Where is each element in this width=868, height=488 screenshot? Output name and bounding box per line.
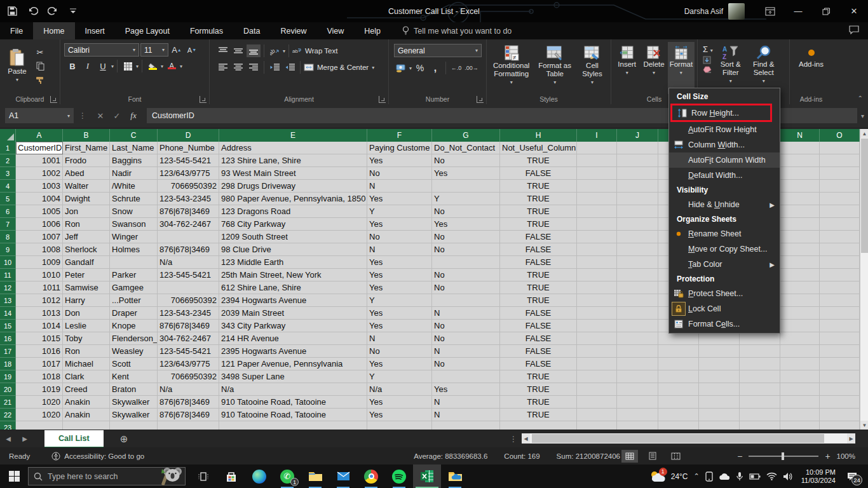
cell-E13[interactable]: 2394 Hogwarts Avenue (219, 294, 367, 307)
cell-G15[interactable]: No (432, 320, 500, 332)
scroll-left-icon[interactable]: ◀ (522, 433, 530, 444)
cell-J10[interactable] (617, 256, 658, 269)
cell-A5[interactable]: 1004 (16, 193, 63, 205)
percent-style-icon[interactable]: % (413, 62, 427, 74)
cell-E8[interactable]: 1209 South Street (219, 231, 367, 243)
cell-M22[interactable] (740, 409, 780, 421)
cell-I1[interactable] (577, 142, 617, 154)
cell-E2[interactable]: 123 Shire Lane, Shire (219, 154, 367, 167)
customize-quick-access-icon[interactable] (67, 6, 79, 17)
cell-F14[interactable]: Yes (367, 307, 432, 320)
cell-F1[interactable]: Paying Custome (367, 142, 432, 154)
new-sheet-icon[interactable]: ⊕ (120, 433, 128, 445)
cell-styles-button[interactable]: Cell Styles ▾ (576, 42, 608, 94)
vertical-scrollbar[interactable]: ▲ ▼ (860, 129, 868, 430)
cell-C10[interactable] (110, 256, 158, 269)
cell-O15[interactable] (820, 320, 860, 332)
menu-item-autofit-column-width[interactable]: AutoFit Column Width (669, 152, 780, 168)
account-chip[interactable]: Darsha Asif (684, 3, 745, 20)
cell-K23[interactable] (658, 421, 699, 430)
cell-H12[interactable]: TRUE (500, 281, 577, 294)
cell-E11[interactable]: 25th Main Street, New York (219, 269, 367, 281)
cut-icon[interactable]: ✂ (33, 46, 47, 58)
zoom-out-icon[interactable]: − (737, 451, 742, 461)
comments-icon[interactable] (849, 25, 859, 34)
cell-M19[interactable] (740, 370, 780, 383)
cell-A13[interactable]: 1012 (16, 294, 63, 307)
cell-H3[interactable]: FALSE (500, 167, 577, 180)
cell-L21[interactable] (699, 396, 740, 409)
row-header-11[interactable]: 11 (0, 269, 16, 281)
cell-J2[interactable] (617, 154, 658, 167)
cell-L16[interactable] (699, 332, 740, 345)
cell-N23[interactable] (780, 421, 820, 430)
cell-A17[interactable]: 1016 (16, 345, 63, 358)
cell-E1[interactable]: Address (219, 142, 367, 154)
cell-G12[interactable]: No (432, 281, 500, 294)
cell-N2[interactable] (780, 154, 820, 167)
cell-L17[interactable] (699, 345, 740, 358)
cell-N13[interactable] (780, 294, 820, 307)
alignment-dialog-launcher[interactable] (379, 96, 386, 103)
accounting-dropdown-icon[interactable]: ▾ (409, 65, 412, 71)
cell-N17[interactable] (780, 345, 820, 358)
bold-button[interactable]: B (65, 60, 79, 72)
cell-J22[interactable] (617, 409, 658, 421)
cell-E6[interactable]: 123 Dragons Road (219, 205, 367, 218)
action-center-button[interactable]: 24 (841, 464, 863, 488)
cell-A12[interactable]: 1011 (16, 281, 63, 294)
cell-O9[interactable] (820, 243, 860, 256)
row-header-17[interactable]: 17 (0, 345, 16, 358)
cell-J11[interactable] (617, 269, 658, 281)
cell-G22[interactable]: N (432, 409, 500, 421)
row-header-16[interactable]: 16 (0, 332, 16, 345)
cell-F7[interactable]: Yes (367, 218, 432, 231)
borders-icon[interactable] (121, 60, 135, 72)
cell-M16[interactable] (740, 332, 780, 345)
comma-style-icon[interactable]: , (428, 62, 442, 74)
cell-H6[interactable]: TRUE (500, 205, 577, 218)
select-all-button[interactable] (0, 129, 16, 142)
cell-L20[interactable] (699, 383, 740, 396)
tab-formulas[interactable]: Formulas (180, 22, 233, 39)
column-header-E[interactable]: E (219, 129, 367, 142)
cell-A11[interactable]: 1010 (16, 269, 63, 281)
cell-F6[interactable]: Y (367, 205, 432, 218)
decrease-decimal-icon[interactable]: .00→ (465, 62, 478, 74)
temperature-label[interactable]: 24°C (671, 472, 688, 481)
formula-bar-handle[interactable]: ⋮ (79, 111, 87, 120)
previous-sheet-icon[interactable]: ◀ (0, 435, 17, 442)
paste-button[interactable]: Paste ▾ (3, 45, 32, 84)
menu-item-row-height[interactable]: Row Height... (670, 104, 772, 122)
wrap-text-button[interactable]: ab Wrap Text (292, 47, 337, 55)
cell-N16[interactable] (780, 332, 820, 345)
cell-J14[interactable] (617, 307, 658, 320)
ribbon-display-options-icon[interactable] (756, 0, 784, 22)
row-header-15[interactable]: 15 (0, 320, 16, 332)
cell-F8[interactable]: No (367, 231, 432, 243)
row-header-22[interactable]: 22 (0, 409, 16, 421)
cell-K22[interactable] (658, 409, 699, 421)
edge-icon[interactable] (245, 464, 273, 488)
cell-O14[interactable] (820, 307, 860, 320)
cell-I21[interactable] (577, 396, 617, 409)
row-header-2[interactable]: 2 (0, 154, 16, 167)
zoom-level[interactable]: 100% (837, 452, 855, 460)
cell-D17[interactable]: 123-545-5421 (158, 345, 219, 358)
row-header-18[interactable]: 18 (0, 358, 16, 370)
cell-G8[interactable]: No (432, 231, 500, 243)
cell-G14[interactable]: N (432, 307, 500, 320)
cell-I3[interactable] (577, 167, 617, 180)
cell-J5[interactable] (617, 193, 658, 205)
scroll-down-icon[interactable]: ▼ (860, 421, 868, 430)
cell-J23[interactable] (617, 421, 658, 430)
cell-I12[interactable] (577, 281, 617, 294)
cell-F15[interactable]: Yes (367, 320, 432, 332)
cell-G13[interactable] (432, 294, 500, 307)
tab-file[interactable]: File (0, 22, 33, 39)
cell-L22[interactable] (699, 409, 740, 421)
cell-N9[interactable] (780, 243, 820, 256)
cell-I19[interactable] (577, 370, 617, 383)
cell-M23[interactable] (740, 421, 780, 430)
cell-O1[interactable] (820, 142, 860, 154)
